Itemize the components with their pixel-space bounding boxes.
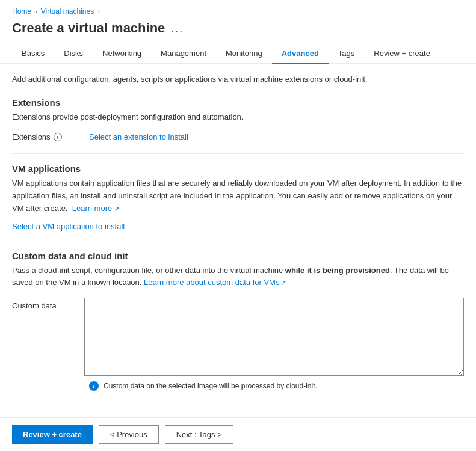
custom-data-desc-text1: Pass a cloud-init script, configuration … [12,266,285,275]
vm-applications-section: VM applications VM applications contain … [12,164,464,231]
review-create-button[interactable]: Review + create [12,425,93,444]
tabs-bar: Basics Disks Networking Management Monit… [0,43,476,64]
vm-apps-external-icon: ↗ [114,206,119,212]
breadcrumb-home[interactable]: Home [12,7,31,16]
tab-advanced[interactable]: Advanced [272,44,329,64]
custom-data-section-desc: Pass a cloud-init script, configuration … [12,265,464,288]
custom-data-info-message: Custom data on the selected image will b… [104,382,317,390]
info-circle-icon: i [89,381,99,391]
page-title: Create a virtual machine [12,20,165,36]
divider-1 [12,153,464,154]
select-vm-application-link[interactable]: Select a VM application to install [12,222,125,231]
extensions-label: Extensions i [12,132,84,141]
extensions-section: Extensions Extensions provide post-deplo… [12,97,464,142]
custom-data-label: Custom data [12,298,72,310]
previous-button[interactable]: < Previous [99,425,159,444]
select-extension-link[interactable]: Select an extension to install [89,132,188,141]
extensions-info-icon[interactable]: i [54,133,62,141]
footer: Review + create < Previous Next : Tags > [0,417,476,451]
tab-networking[interactable]: Networking [93,44,151,64]
vm-applications-title: VM applications [12,164,464,174]
page-title-row: Create a virtual machine ... [0,18,476,43]
breadcrumb: Home › Virtual machines › [0,0,476,18]
tab-tags[interactable]: Tags [329,44,364,64]
custom-data-section: Custom data and cloud init Pass a cloud-… [12,251,464,394]
custom-data-ext-icon: ↗ [279,280,286,286]
breadcrumb-sep-2: › [97,8,100,15]
tab-review-create[interactable]: Review + create [364,44,440,64]
tab-monitoring[interactable]: Monitoring [216,44,272,64]
divider-2 [12,241,464,241]
breadcrumb-sep-1: › [35,8,37,15]
breadcrumb-virtual-machines[interactable]: Virtual machines [41,7,94,16]
tab-basics[interactable]: Basics [12,44,54,64]
custom-data-learn-more-link[interactable]: Learn more about custom data for VMs [144,278,279,287]
custom-data-control-area: i Custom data on the selected image will… [84,298,464,394]
vm-applications-desc: VM applications contain application file… [12,177,464,215]
main-content: Add additional configuration, agents, sc… [0,64,476,417]
page-subtitle: Add additional configuration, agents, sc… [12,73,464,85]
title-options-button[interactable]: ... [171,22,184,35]
tab-disks[interactable]: Disks [54,44,93,64]
next-tags-button[interactable]: Next : Tags > [165,425,233,444]
vm-apps-learn-more-link[interactable]: Learn more [72,204,112,213]
extensions-section-desc: Extensions provide post-deployment confi… [12,111,464,123]
custom-data-form-row: Custom data i Custom data on the selecte… [12,298,464,394]
tab-management[interactable]: Management [151,44,216,64]
custom-data-section-title: Custom data and cloud init [12,251,464,261]
extensions-section-title: Extensions [12,97,464,108]
custom-data-textarea[interactable] [84,298,464,376]
custom-data-desc-bold: while it is being provisioned [285,266,390,275]
extensions-label-text: Extensions [12,132,51,141]
extensions-field-row: Extensions i Select an extension to inst… [12,132,464,141]
custom-data-info-banner: i Custom data on the selected image will… [84,378,464,394]
